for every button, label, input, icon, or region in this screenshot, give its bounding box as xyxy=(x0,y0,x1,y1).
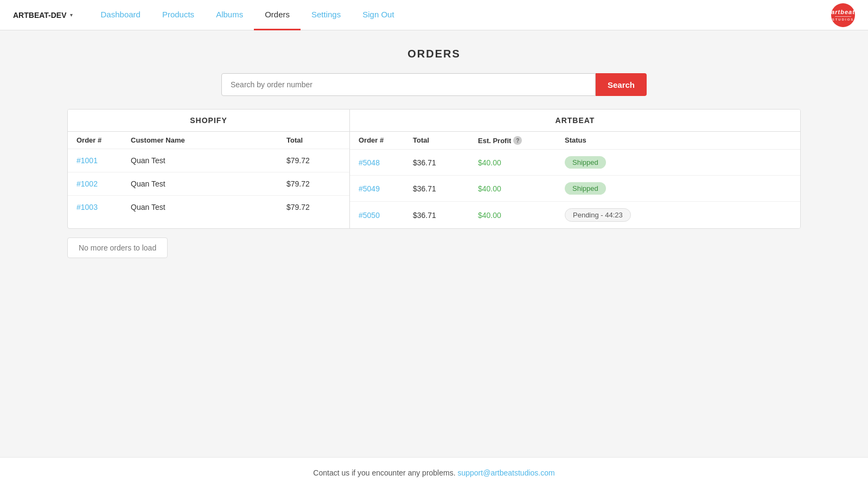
shopify-col-customer: Customer Name xyxy=(131,136,286,144)
artbeat-total-3: $36.71 xyxy=(413,211,478,220)
shopify-total-2: $79.72 xyxy=(286,179,341,188)
nav-links: Dashboard Products Albums Orders Setting… xyxy=(90,0,831,30)
status-badge-1: Shipped xyxy=(565,156,606,169)
shopify-col-headers: Order # Customer Name Total xyxy=(68,132,349,149)
artbeat-col-order: Order # xyxy=(359,136,413,145)
nav-link-products[interactable]: Products xyxy=(151,0,205,30)
artbeat-profit-3: $40.00 xyxy=(478,211,565,220)
artbeat-order-link-2[interactable]: #5049 xyxy=(359,184,380,193)
shopify-order-link-3[interactable]: #1003 xyxy=(76,203,98,211)
shopify-col-order: Order # xyxy=(76,136,131,144)
footer-text: Contact us if you encounter any problems… xyxy=(313,468,455,477)
shopify-row-2: #1002 Quan Test $79.72 xyxy=(68,172,349,196)
artbeat-order-link-3[interactable]: #5050 xyxy=(359,211,380,220)
navbar: ARTBEAT-DEV ▾ Dashboard Products Albums … xyxy=(0,0,868,30)
artbeat-col-status: Status xyxy=(565,136,792,145)
nav-link-signout[interactable]: Sign Out xyxy=(352,0,405,30)
orders-table: SHOPIFY Order # Customer Name Total #100… xyxy=(67,109,801,229)
artbeat-col-total: Total xyxy=(413,136,478,145)
shopify-total-3: $79.72 xyxy=(286,203,341,211)
footer-email-link[interactable]: support@artbeatstudios.com xyxy=(457,468,554,477)
logo-icon: artbeat STUDIOS xyxy=(831,3,855,27)
search-input[interactable] xyxy=(221,73,596,96)
logo-divider xyxy=(835,16,851,17)
artbeat-order-link-1[interactable]: #5048 xyxy=(359,158,380,167)
search-section: Search xyxy=(67,73,801,96)
chevron-down-icon: ▾ xyxy=(70,12,73,18)
shopify-section: SHOPIFY Order # Customer Name Total #100… xyxy=(68,110,350,228)
artbeat-section: ARTBEAT Order # Total Est. Profit ? Stat… xyxy=(350,110,800,228)
artbeat-header: ARTBEAT xyxy=(350,110,800,132)
brand-dropdown[interactable]: ARTBEAT-DEV ▾ xyxy=(13,11,73,20)
shopify-row-3: #1003 Quan Test $79.72 xyxy=(68,196,349,219)
brand-name: ARTBEAT-DEV xyxy=(13,11,67,20)
artbeat-row-1: #5048 $36.71 $40.00 Shipped xyxy=(350,150,800,176)
shopify-row-1: #1001 Quan Test $79.72 xyxy=(68,149,349,172)
no-more-orders-button: No more orders to load xyxy=(67,237,168,258)
shopify-total-1: $79.72 xyxy=(286,156,341,165)
shopify-col-total: Total xyxy=(286,136,341,144)
artbeat-profit-1: $40.00 xyxy=(478,158,565,167)
artbeat-profit-2: $40.00 xyxy=(478,184,565,193)
est-profit-help-icon[interactable]: ? xyxy=(513,136,522,145)
shopify-customer-2: Quan Test xyxy=(131,179,286,188)
logo-studios-text: STUDIOS xyxy=(832,18,854,21)
artbeat-col-headers: Order # Total Est. Profit ? Status xyxy=(350,132,800,150)
no-more-orders-section: No more orders to load xyxy=(67,237,168,258)
logo: artbeat STUDIOS xyxy=(831,3,855,27)
search-button[interactable]: Search xyxy=(596,73,647,96)
main-content: ORDERS Search SHOPIFY Order # Customer N… xyxy=(54,30,814,457)
footer: Contact us if you encounter any problems… xyxy=(0,457,868,488)
status-badge-2: Shipped xyxy=(565,182,606,195)
artbeat-row-3: #5050 $36.71 $40.00 Pending - 44:23 xyxy=(350,202,800,228)
nav-link-albums[interactable]: Albums xyxy=(205,0,254,30)
nav-link-orders[interactable]: Orders xyxy=(254,0,301,30)
nav-link-dashboard[interactable]: Dashboard xyxy=(90,0,151,30)
shopify-order-link-2[interactable]: #1002 xyxy=(76,179,98,188)
shopify-customer-1: Quan Test xyxy=(131,156,286,165)
shopify-order-link-1[interactable]: #1001 xyxy=(76,156,98,165)
artbeat-total-1: $36.71 xyxy=(413,158,478,167)
shopify-customer-3: Quan Test xyxy=(131,203,286,211)
artbeat-row-2: #5049 $36.71 $40.00 Shipped xyxy=(350,176,800,202)
status-badge-3: Pending - 44:23 xyxy=(565,208,631,222)
artbeat-col-profit: Est. Profit ? xyxy=(478,136,565,145)
nav-link-settings[interactable]: Settings xyxy=(301,0,352,30)
logo-artbeat-text: artbeat xyxy=(831,9,855,15)
page-title: ORDERS xyxy=(67,48,801,60)
shopify-header: SHOPIFY xyxy=(68,110,349,132)
artbeat-total-2: $36.71 xyxy=(413,184,478,193)
